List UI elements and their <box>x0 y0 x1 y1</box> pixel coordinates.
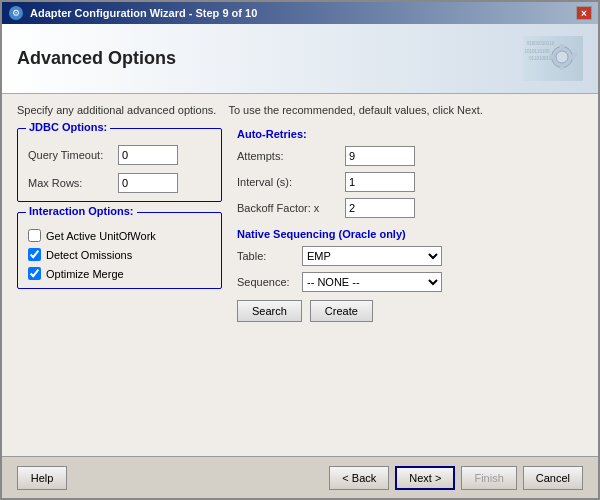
table-select[interactable]: EMP DEPT ORDERS <box>302 246 442 266</box>
main-columns: JDBC Options: Query Timeout: Max Rows: I… <box>17 128 583 322</box>
svg-text:1010110100: 1010110100 <box>525 49 551 54</box>
auto-retries-title: Auto-Retries: <box>237 128 583 140</box>
cancel-button[interactable]: Cancel <box>523 466 583 490</box>
help-button[interactable]: Help <box>17 466 67 490</box>
interaction-section-label: Interaction Options: <box>26 205 137 217</box>
query-timeout-row: Query Timeout: <box>28 145 211 165</box>
title-bar: ⚙ Adapter Configuration Wizard - Step 9 … <box>2 2 598 24</box>
max-rows-row: Max Rows: <box>28 173 211 193</box>
query-timeout-input[interactable] <box>118 145 178 165</box>
table-row: Table: EMP DEPT ORDERS <box>237 246 583 266</box>
jdbc-options-box: JDBC Options: Query Timeout: Max Rows: <box>17 128 222 202</box>
svg-rect-8 <box>560 44 565 49</box>
description-text: Specify any additional advanced options.… <box>17 104 583 116</box>
header-banner: Advanced Options 01001010110 1010110100 … <box>2 24 598 94</box>
attempts-input[interactable] <box>345 146 415 166</box>
get-active-row: Get Active UnitOfWork <box>28 229 211 242</box>
create-button[interactable]: Create <box>310 300 373 322</box>
backoff-label: Backoff Factor: x <box>237 202 337 214</box>
max-rows-input[interactable] <box>118 173 178 193</box>
attempts-label: Attempts: <box>237 150 337 162</box>
right-column: Auto-Retries: Attempts: Interval (s): Ba… <box>237 128 583 322</box>
interaction-options-box: Interaction Options: Get Active UnitOfWo… <box>17 212 222 289</box>
sequence-label: Sequence: <box>237 276 302 288</box>
footer-right-buttons: < Back Next > Finish Cancel <box>329 466 583 490</box>
optimize-merge-row: Optimize Merge <box>28 267 211 280</box>
window-icon: ⚙ <box>8 5 24 21</box>
svg-text:⚙: ⚙ <box>12 8 20 18</box>
detect-omissions-checkbox[interactable] <box>28 248 41 261</box>
optimize-merge-label: Optimize Merge <box>46 268 124 280</box>
desc-part2: To use the recommended, default values, … <box>228 104 482 116</box>
get-active-label: Get Active UnitOfWork <box>46 230 156 242</box>
sequence-row: Sequence: -- NONE -- <box>237 272 583 292</box>
content-area: Specify any additional advanced options.… <box>2 94 598 456</box>
footer: Help < Back Next > Finish Cancel <box>2 456 598 498</box>
svg-text:01001010110: 01001010110 <box>527 41 555 46</box>
gear-icon: 01001010110 1010110100 0110100101 <box>523 31 583 86</box>
desc-part1: Specify any additional advanced options. <box>17 104 216 116</box>
search-button[interactable]: Search <box>237 300 302 322</box>
next-button[interactable]: Next > <box>395 466 455 490</box>
table-label: Table: <box>237 250 302 262</box>
page-title: Advanced Options <box>17 48 176 69</box>
jdbc-section-label: JDBC Options: <box>26 121 110 133</box>
back-button[interactable]: < Back <box>329 466 389 490</box>
auto-retries-section: Auto-Retries: Attempts: Interval (s): Ba… <box>237 128 583 218</box>
finish-button[interactable]: Finish <box>461 466 516 490</box>
interval-input[interactable] <box>345 172 415 192</box>
close-button[interactable]: × <box>576 6 592 20</box>
native-sequencing-section: Native Sequencing (Oracle only) Table: E… <box>237 228 583 322</box>
sequence-select[interactable]: -- NONE -- <box>302 272 442 292</box>
seq-buttons: Search Create <box>237 300 583 322</box>
query-timeout-label: Query Timeout: <box>28 149 118 161</box>
optimize-merge-checkbox[interactable] <box>28 267 41 280</box>
retries-grid: Attempts: Interval (s): Backoff Factor: … <box>237 146 583 218</box>
left-column: JDBC Options: Query Timeout: Max Rows: I… <box>17 128 222 322</box>
detect-omissions-row: Detect Omissions <box>28 248 211 261</box>
svg-rect-9 <box>560 65 565 70</box>
backoff-input[interactable] <box>345 198 415 218</box>
wizard-window: ⚙ Adapter Configuration Wizard - Step 9 … <box>0 0 600 500</box>
interval-label: Interval (s): <box>237 176 337 188</box>
svg-point-7 <box>556 51 568 63</box>
max-rows-label: Max Rows: <box>28 177 118 189</box>
window-title: Adapter Configuration Wizard - Step 9 of… <box>30 7 257 19</box>
svg-rect-10 <box>549 55 554 60</box>
detect-omissions-label: Detect Omissions <box>46 249 132 261</box>
get-active-checkbox[interactable] <box>28 229 41 242</box>
native-sequencing-title: Native Sequencing (Oracle only) <box>237 228 583 240</box>
